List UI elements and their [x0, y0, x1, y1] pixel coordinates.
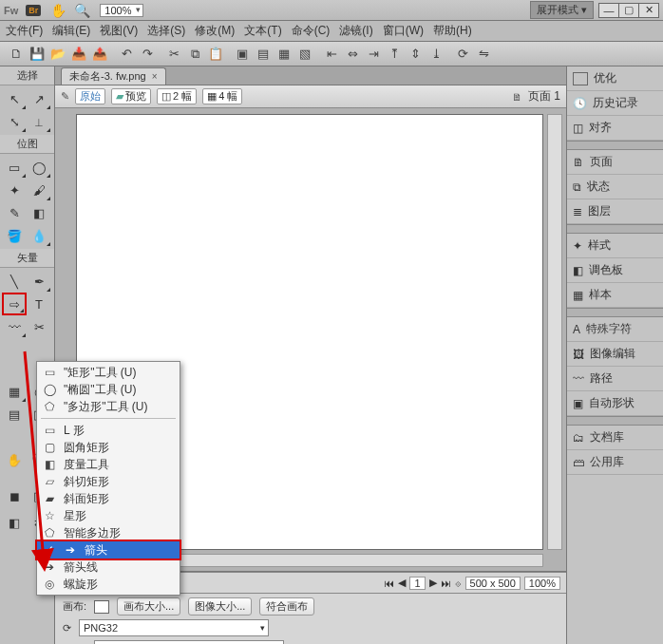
- pen-tool[interactable]: ✒: [27, 270, 51, 293]
- knife-tool[interactable]: ✂: [27, 315, 51, 338]
- eraser-tool[interactable]: ◧: [27, 201, 51, 224]
- lasso-tool[interactable]: ◯: [27, 156, 51, 179]
- flyout-arrow[interactable]: ✓➔箭头: [37, 541, 180, 559]
- close-tab-icon[interactable]: ×: [152, 71, 158, 82]
- align-middle-icon[interactable]: ⇕: [406, 45, 425, 64]
- panel-color-mixer[interactable]: ◧调色板: [567, 258, 663, 283]
- send-back-icon[interactable]: ▧: [295, 45, 314, 64]
- view-4up-tab[interactable]: ▦ 4 幅: [202, 88, 242, 104]
- flyout-arrow-line[interactable]: ➔箭头线: [37, 559, 180, 576]
- flyout-chamfer-rect[interactable]: ▱斜切矩形: [37, 473, 180, 490]
- import-icon[interactable]: 📥: [69, 45, 88, 64]
- flyout-smart-polygon[interactable]: ⬠智能多边形: [37, 524, 180, 541]
- panel-states[interactable]: ⧉状态: [567, 175, 663, 199]
- menu-text[interactable]: 文本(T): [244, 23, 281, 39]
- flyout-rounded-rect[interactable]: ▢圆角矩形: [37, 439, 180, 456]
- bridge-badge[interactable]: Br: [26, 5, 41, 16]
- document-tab[interactable]: 未命名-3. fw.png ×: [61, 67, 166, 85]
- nav-prev-icon[interactable]: ◀: [398, 577, 406, 589]
- redo-icon[interactable]: ↷: [138, 45, 157, 64]
- align-center-icon[interactable]: ⇔: [343, 45, 362, 64]
- panel-document-library[interactable]: 🗂文档库: [567, 426, 663, 450]
- paste-icon[interactable]: 📋: [206, 45, 225, 64]
- flyout-spiral[interactable]: ◎螺旋形: [37, 576, 180, 593]
- default-colors-icon[interactable]: ◧: [2, 511, 27, 534]
- panel-styles[interactable]: ✦样式: [567, 234, 663, 258]
- panel-history[interactable]: 🕓历史记录: [567, 91, 663, 116]
- cut-icon[interactable]: ✂: [164, 45, 183, 64]
- wand-tool[interactable]: ✦: [2, 179, 27, 201]
- undo-icon[interactable]: ↶: [117, 45, 136, 64]
- panel-image-edit[interactable]: 🖼图像编辑: [567, 342, 663, 367]
- bucket-tool[interactable]: 🪣: [2, 224, 27, 247]
- slice-tool[interactable]: ▦: [2, 380, 27, 403]
- zoom-field[interactable]: 100%: [524, 577, 560, 590]
- save-icon[interactable]: 💾: [28, 45, 47, 64]
- close-button[interactable]: ✕: [638, 3, 659, 18]
- panel-optimize[interactable]: 优化: [567, 66, 663, 91]
- flyout-ellipse[interactable]: ◯"椭圆"工具 (U): [37, 381, 180, 398]
- panel-swatches[interactable]: ▦样本: [567, 283, 663, 308]
- view-2up-tab[interactable]: ◫ 2 幅: [157, 88, 197, 104]
- stroke-swatch[interactable]: ◼: [2, 484, 27, 507]
- canvas-size-button[interactable]: 画布大小...: [117, 597, 180, 616]
- nav-first-icon[interactable]: ⏮: [384, 578, 394, 589]
- workspace-mode-button[interactable]: 展开模式 ▾: [530, 1, 594, 19]
- eyedropper-tool[interactable]: 💧: [27, 224, 51, 247]
- pencil-tool[interactable]: ✎: [2, 201, 27, 224]
- align-bottom-icon[interactable]: ⤓: [426, 45, 445, 64]
- view-original-tab[interactable]: 原始: [75, 88, 105, 104]
- marquee-tool[interactable]: ▭: [2, 156, 27, 179]
- bring-front-icon[interactable]: ▦: [275, 45, 294, 64]
- export-icon[interactable]: 📤: [90, 45, 109, 64]
- new-icon[interactable]: 🗋: [7, 45, 26, 64]
- panel-align[interactable]: ◫对齐: [567, 116, 663, 141]
- subselect-tool[interactable]: ↗: [27, 87, 51, 110]
- open-icon[interactable]: 📂: [48, 45, 67, 64]
- flyout-measure[interactable]: ◧度量工具: [37, 456, 180, 473]
- text-tool[interactable]: T: [27, 293, 51, 315]
- ungroup-icon[interactable]: ▤: [254, 45, 273, 64]
- state-select[interactable]: 状态 1: [94, 640, 284, 644]
- nav-last-icon[interactable]: ⏭: [441, 578, 451, 589]
- flyout-star[interactable]: ☆星形: [37, 507, 180, 524]
- line-tool[interactable]: ╲: [2, 270, 27, 293]
- panel-special-chars[interactable]: A特殊字符: [567, 317, 663, 342]
- menu-view[interactable]: 视图(V): [100, 23, 138, 39]
- menu-modify[interactable]: 修改(M): [195, 23, 235, 39]
- canvas-color-swatch[interactable]: [94, 600, 109, 614]
- export-type-select[interactable]: PNG32: [79, 619, 269, 636]
- minimize-button[interactable]: —: [598, 3, 619, 18]
- maximize-button[interactable]: ▢: [618, 3, 639, 18]
- align-right-icon[interactable]: ⇥: [364, 45, 383, 64]
- menu-commands[interactable]: 命令(C): [292, 23, 331, 39]
- pointer-tool[interactable]: ↖: [2, 87, 27, 110]
- flyout-bevel-rect[interactable]: ▰斜面矩形: [37, 490, 180, 507]
- menu-edit[interactable]: 编辑(E): [52, 23, 90, 39]
- vertical-scrollbar[interactable]: [547, 114, 562, 550]
- flyout-polygon[interactable]: ⬠"多边形"工具 (U): [37, 398, 180, 415]
- panel-pages[interactable]: 🗎页面: [567, 150, 663, 175]
- menu-help[interactable]: 帮助(H): [433, 23, 472, 39]
- export-type-icon[interactable]: ⟳: [63, 622, 71, 635]
- hand-tool[interactable]: ✋: [2, 448, 27, 471]
- panel-layers[interactable]: ≣图层: [567, 199, 663, 224]
- menu-file[interactable]: 文件(F): [6, 23, 43, 39]
- view-preview-tab[interactable]: ▰预览: [111, 88, 151, 104]
- hand-icon[interactable]: ✋: [50, 3, 66, 18]
- nav-next-icon[interactable]: ▶: [429, 577, 437, 589]
- hide-slices-tool[interactable]: ▤: [2, 403, 27, 426]
- flip-icon[interactable]: ⇋: [474, 45, 493, 64]
- rotate-icon[interactable]: ⟳: [453, 45, 472, 64]
- panel-common-library[interactable]: 🗃公用库: [567, 450, 663, 475]
- panel-path[interactable]: 〰路径: [567, 367, 663, 391]
- zoom-icon[interactable]: 🔍: [74, 3, 90, 18]
- freeform-tool[interactable]: 〰: [2, 315, 27, 338]
- group-icon[interactable]: ▣: [233, 45, 252, 64]
- zoom-select[interactable]: 100%: [100, 4, 143, 17]
- menu-select[interactable]: 选择(S): [147, 23, 185, 39]
- copy-icon[interactable]: ⧉: [185, 45, 204, 64]
- scale-tool[interactable]: ⤡: [2, 110, 27, 133]
- crop-tool[interactable]: ⟂: [27, 110, 51, 133]
- flyout-rectangle[interactable]: ▭"矩形"工具 (U): [37, 364, 180, 381]
